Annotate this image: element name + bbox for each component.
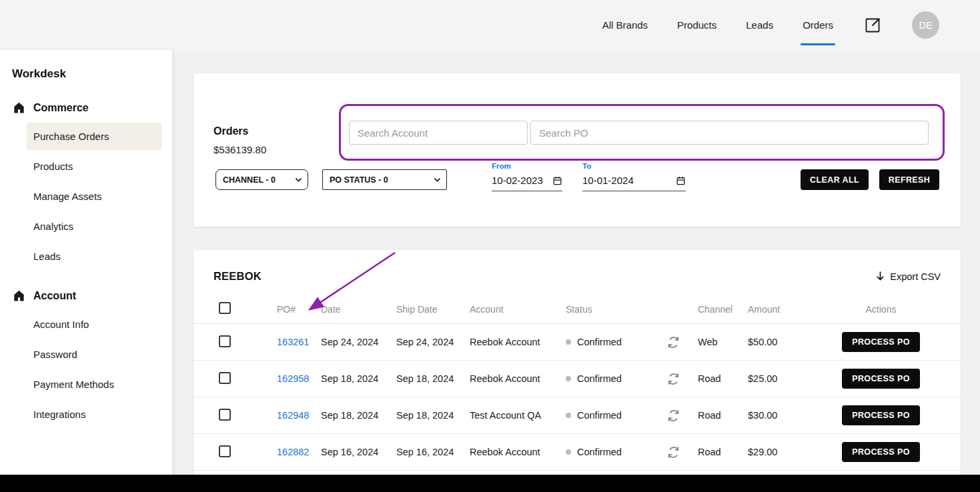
refresh-button[interactable]: REFRESH <box>879 169 939 190</box>
orders-table: PO# Date Ship Date Account Status Channe… <box>193 295 961 471</box>
status-label: Confirmed <box>577 447 622 457</box>
nav-item-all-brands[interactable]: All Brands <box>602 0 648 50</box>
process-po-button[interactable]: PROCESS PO <box>842 442 920 462</box>
row-checkbox[interactable] <box>219 335 231 347</box>
main-content: Orders $536139.80 CHANNEL - 0 PO STATUS … <box>172 50 980 492</box>
account-name: Reebok Account <box>470 373 566 384</box>
channel: Road <box>698 447 748 457</box>
col-account: Account <box>470 304 566 315</box>
amount: $25.00 <box>748 373 821 384</box>
channel: Web <box>698 337 748 347</box>
nav-item-products[interactable]: Products <box>677 0 716 50</box>
calendar-icon <box>676 175 686 186</box>
row-checkbox[interactable] <box>219 409 231 421</box>
chevron-down-icon <box>432 175 442 185</box>
po-number-link[interactable]: 162958 <box>277 373 309 384</box>
sidebar-item-integrations[interactable]: Integrations <box>27 401 161 428</box>
channel: Road <box>698 410 748 421</box>
status-label: Confirmed <box>577 373 622 384</box>
sync-icon <box>667 446 680 459</box>
sidebar-section-account[interactable]: Account <box>12 289 161 303</box>
po-status-dropdown[interactable]: PO STATUS - 0 <box>322 169 447 190</box>
channel-dropdown-label: CHANNEL - 0 <box>223 175 276 185</box>
po-number-link[interactable]: 162948 <box>277 410 309 421</box>
row-checkbox[interactable] <box>219 372 231 384</box>
edit-square-icon <box>864 17 881 34</box>
status-cell: Confirmed <box>566 373 667 384</box>
table-toolbar: REEBOK Export CSV <box>213 270 941 283</box>
search-po-input[interactable] <box>530 121 929 145</box>
avatar-initials: DE <box>919 20 932 31</box>
sidebar-item-analytics[interactable]: Analytics <box>27 213 161 240</box>
sidebar-item-leads[interactable]: Leads <box>27 243 161 270</box>
status-label: Confirmed <box>577 410 622 421</box>
amount: $30.00 <box>748 410 821 421</box>
table-row: 162882Sep 16, 2024Sep 16, 2024Reebok Acc… <box>193 434 961 471</box>
orders-summary: Orders $536139.80 <box>213 125 266 155</box>
sync-icon <box>667 336 680 349</box>
nav-item-leads[interactable]: Leads <box>746 0 773 50</box>
home-icon <box>12 101 26 115</box>
orders-table-body: 163261Sep 24, 2024Sep 24, 2024Reebok Acc… <box>193 324 961 471</box>
sidebar-item-password[interactable]: Password <box>27 341 161 368</box>
sidebar-item-products[interactable]: Products <box>27 153 161 180</box>
status-dot-icon <box>566 339 571 345</box>
po-number-link[interactable]: 162882 <box>277 447 309 457</box>
status-cell: Confirmed <box>566 447 667 457</box>
ship-date: Sep 18, 2024 <box>396 373 470 384</box>
sidebar-item-manage-assets[interactable]: Manage Assets <box>27 183 161 210</box>
sidebar-item-purchase-orders[interactable]: Purchase Orders <box>27 123 161 150</box>
brand-heading: REEBOK <box>213 270 262 283</box>
sidebar-section-commerce[interactable]: Commerce <box>12 101 161 115</box>
ship-date: Sep 18, 2024 <box>396 410 470 421</box>
top-header: All BrandsProductsLeadsOrders DE <box>0 0 980 50</box>
export-csv-button[interactable]: Export CSV <box>876 271 941 282</box>
account-name: Test Account QA <box>470 410 566 421</box>
process-po-button[interactable]: PROCESS PO <box>842 405 920 425</box>
compose-icon[interactable] <box>864 17 881 34</box>
sidebar-item-account-info[interactable]: Account Info <box>27 311 161 338</box>
col-channel: Channel <box>698 304 748 315</box>
col-date: Date <box>321 304 396 315</box>
table-row: 162948Sep 18, 2024Sep 18, 2024Test Accou… <box>193 397 961 434</box>
col-amount: Amount <box>748 304 821 315</box>
app-screen: All BrandsProductsLeadsOrders DE Workdes… <box>0 0 980 492</box>
select-all-checkbox[interactable] <box>219 302 231 314</box>
sync-button[interactable] <box>667 373 698 385</box>
from-date-field[interactable]: From 10-02-2023 <box>492 162 562 191</box>
row-checkbox[interactable] <box>219 445 231 457</box>
download-icon <box>876 271 885 282</box>
sync-button[interactable] <box>667 336 698 349</box>
account-name: Reebok Account <box>470 447 566 457</box>
to-date-label: To <box>582 162 686 170</box>
sidebar-section-label: Commerce <box>33 102 89 114</box>
amount: $29.00 <box>748 447 821 457</box>
sync-icon <box>667 409 680 422</box>
to-date-field[interactable]: To 10-01-2024 <box>582 162 686 191</box>
avatar[interactable]: DE <box>912 11 939 39</box>
app-title: Workdesk <box>12 67 161 81</box>
top-nav: All BrandsProductsLeadsOrders <box>602 0 833 50</box>
po-number-link[interactable]: 163261 <box>277 337 309 347</box>
sync-button[interactable] <box>667 446 698 459</box>
process-po-button[interactable]: PROCESS PO <box>842 369 920 389</box>
col-actions: Actions <box>821 304 941 315</box>
process-po-button[interactable]: PROCESS PO <box>842 332 920 352</box>
channel-dropdown[interactable]: CHANNEL - 0 <box>215 169 308 190</box>
sync-icon <box>667 373 680 385</box>
status-dot-icon <box>566 413 571 418</box>
sync-button[interactable] <box>667 409 698 422</box>
account-name: Reebok Account <box>470 337 566 347</box>
po-status-dropdown-label: PO STATUS - 0 <box>330 175 388 185</box>
sidebar-item-payment-methods[interactable]: Payment Methods <box>27 371 161 398</box>
filters-card: Orders $536139.80 CHANNEL - 0 PO STATUS … <box>193 73 961 227</box>
orders-total-amount: $536139.80 <box>213 144 266 155</box>
nav-item-orders[interactable]: Orders <box>803 0 833 50</box>
from-date-value: 10-02-2023 <box>492 175 543 186</box>
search-account-input[interactable] <box>349 121 528 145</box>
order-date: Sep 18, 2024 <box>321 373 396 384</box>
clear-all-button[interactable]: CLEAR ALL <box>801 169 869 190</box>
col-status: Status <box>566 304 667 315</box>
channel: Road <box>698 373 748 384</box>
sidebar-sections: CommercePurchase OrdersProductsManage As… <box>11 101 161 428</box>
